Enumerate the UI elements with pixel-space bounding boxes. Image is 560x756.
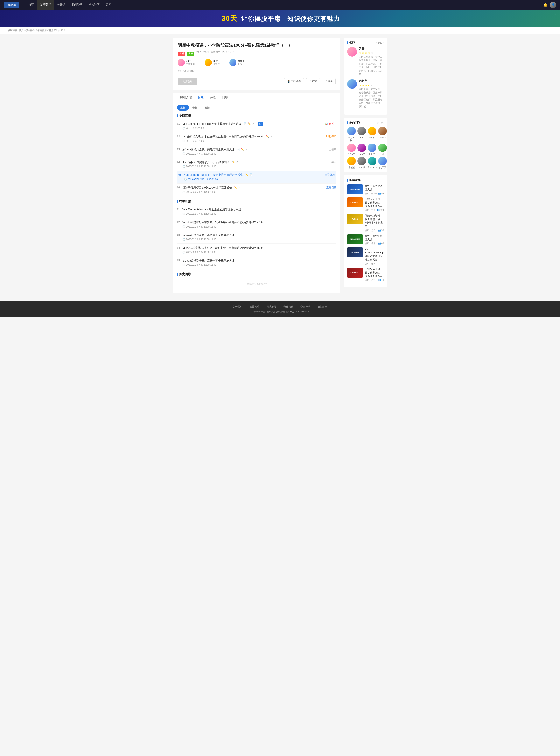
content-right: 名师 ‹ 1/10 › 罗静 ★ ★ ★ ★ — [344, 38, 387, 294]
rec-item-6[interactable]: 玩转Java JUC 玩转Java开发工具，精通JUC，成为开发多面手 讲师：岱… — [347, 267, 384, 282]
nav-discover[interactable]: 发现课程 — [37, 0, 54, 10]
nav-home[interactable]: 首页 — [25, 0, 37, 10]
future-4-title: Vue全家桶实战 从零独立开发企业级小米电商系统(免费升级Vue3.0) — [182, 246, 336, 250]
footer-disclaimer[interactable]: 免责声明 — [300, 305, 311, 309]
share-icon-2[interactable]: ↗ — [270, 135, 274, 138]
item-1-status[interactable]: 📊 直播中 — [323, 122, 336, 126]
material-badge-1[interactable]: 资料 — [258, 122, 263, 126]
classmate-2[interactable]: 1567** — [357, 127, 366, 142]
teachers-nav-next[interactable]: › — [383, 41, 384, 44]
nav-problems[interactable]: 题库 — [103, 0, 114, 10]
share-icon-4[interactable]: ↗ — [236, 160, 240, 164]
classmate-5[interactable]: 1767** — [347, 143, 356, 155]
classmate-3[interactable]: 张小田 — [367, 127, 377, 142]
clock-f4: 🕐 — [182, 251, 185, 254]
clock-f1: 🕐 — [182, 213, 185, 215]
rec-item-3[interactable]: 前端全栈 前端全栈加强版！前端全栈+全周期+多组应用 讲师：岱田 👥 56 — [347, 214, 384, 232]
rec-meta-3: 讲师：岱田 👥 56 — [365, 229, 384, 232]
share-button[interactable]: ⤴ 分享 — [323, 78, 336, 84]
item-4-icons: ✏️ ↗ — [232, 160, 240, 164]
teachers-nav-prev[interactable]: ‹ — [376, 41, 377, 44]
clock-icon-5: 🕐 — [184, 178, 187, 181]
item-3-num: 03 — [177, 147, 182, 151]
item-6-num: 06 — [177, 186, 182, 189]
rec-title-2: 玩转Java开发工具，精通JUC，成为开发多面手 — [365, 197, 384, 208]
tab-qa[interactable]: 问答 — [219, 93, 231, 102]
subtab-record[interactable]: 录播 — [189, 105, 201, 111]
share-icon-1[interactable]: ↗ — [252, 122, 256, 126]
nav-qa[interactable]: 问答社区 — [85, 0, 103, 10]
rec-info-3: 前端全栈加强版！前端全栈+全周期+多组应用 讲师：岱田 👥 56 — [365, 214, 384, 232]
nav-news[interactable]: 新闻资讯 — [68, 0, 85, 10]
nav-more[interactable]: ··· — [114, 0, 123, 10]
footer-recruit[interactable]: 招贤纳士 — [317, 305, 327, 309]
subtab-live[interactable]: 直播 — [177, 105, 189, 111]
item-6-status[interactable]: 查看回放 — [324, 186, 336, 190]
classmate-10[interactable]: 大笨狐 — [357, 157, 366, 169]
user-avatar[interactable]: 👤 — [550, 2, 556, 8]
banner-days: 30天 — [221, 14, 237, 22]
collect-button[interactable]: ☆ 收藏 — [306, 78, 320, 84]
rec-thumb-1: 高级电商全线 — [347, 184, 363, 195]
item-6-content: 跟随千万级项目从0到100全过程高效成长 ✏️ ↗ 🕐 2020/02/26 周… — [182, 186, 324, 194]
classmate-7[interactable]: 1867** — [367, 143, 377, 155]
classmate-1[interactable]: 化学教书... — [347, 127, 356, 142]
edit-icon-6[interactable]: ✏️ — [234, 186, 238, 190]
subtab-class[interactable]: 面授 — [201, 105, 213, 111]
share-icon-3[interactable]: ↗ — [245, 148, 249, 151]
star1-2: ★ — [362, 51, 364, 54]
edit-icon-4[interactable]: ✏️ — [232, 160, 236, 164]
classmate-4[interactable]: Charles — [378, 127, 387, 142]
course-tags: 直播 录播 246人已学习 · 有效期至：2019-10-21 — [178, 51, 336, 57]
rec-item-5[interactable]: Vue Element Vue Element+Node.js开发企业通用管理后… — [347, 247, 384, 265]
classmate-12[interactable]: qq_天涯 — [378, 157, 387, 169]
item-3-title: 从Java后端到全栈，高级电商全栈系统大课 📄 ✏️ ↗ — [182, 147, 327, 152]
tab-catalog[interactable]: 目录 — [195, 93, 207, 102]
classmate-9-avatar — [347, 157, 356, 165]
classmate-11[interactable]: Summers — [367, 157, 377, 169]
footer-agent[interactable]: 加盟代理 — [249, 305, 260, 309]
classmate-8[interactable]: Bill — [378, 143, 387, 155]
banner-close[interactable]: ✕ — [554, 12, 557, 16]
nav-logo[interactable]: 云朵课堂 — [4, 2, 19, 8]
classmate-7-name: 1867** — [369, 153, 375, 155]
doc-icon-1[interactable]: 📄 — [244, 122, 247, 126]
rec-item-4[interactable]: 高级电商全线 高级电商全线系统大课 讲师：冷涌 👥 40 — [347, 234, 384, 245]
rec-thumb-2: 玩转Java JUC — [347, 197, 363, 207]
item-5-status[interactable]: 查看回放 — [323, 173, 335, 177]
purchased-button[interactable]: 已购买 — [178, 78, 197, 85]
doc-icon-5[interactable]: 📄 — [249, 173, 253, 177]
banner: 30天 让你摆脱平庸 知识使你更有魅力 ✕ — [0, 10, 560, 27]
rec-item-1[interactable]: 高级电商全线 高级电商全线系统大课 讲师：张小锋 👥 34 — [347, 184, 384, 195]
teacher-2-info: 凌荷 班主任 — [213, 59, 220, 66]
tab-intro[interactable]: 课程介绍 — [177, 93, 195, 102]
rec-item-2[interactable]: 玩转Java JUC 玩转Java开发工具，精通JUC，成为开发多面手 讲师：王… — [347, 197, 384, 212]
switch-classmates-btn[interactable]: ↻ 换一换 — [375, 121, 384, 124]
doc-icon-3[interactable]: 📄 — [237, 148, 240, 151]
edit-icon-3[interactable]: ✏️ — [241, 148, 245, 151]
live-item-3: 03 从Java后端到全栈，高级电商全栈系统大课 📄 ✏️ ↗ 🕐 2020/0… — [177, 145, 336, 158]
mobile-view-button[interactable]: 📱 手机观看 — [284, 78, 304, 84]
footer-about[interactable]: 关于我们 — [233, 305, 243, 309]
edit-icon-2[interactable]: ✏️ — [266, 135, 269, 138]
footer: 关于我们 | 加盟代理 | 网站地图 | 合作伙伴 | 免责声明 | 招贤纳士 … — [0, 301, 560, 317]
share-icon-5[interactable]: ↗ — [254, 173, 257, 177]
breadcrumb-discover[interactable]: 发现课程 — [8, 29, 17, 32]
nav-open[interactable]: 公开课 — [54, 0, 68, 10]
breadcrumb-series[interactable]: 新媒体营销系列 — [19, 29, 35, 32]
classmate-9[interactable]: 小熊熊 — [347, 157, 356, 169]
classmate-6[interactable]: 1567** — [357, 143, 366, 155]
item-1-content: Vue Element+Node.js开发企业通用管理后台系统 📄 ✏️ ↗ 资… — [182, 122, 323, 130]
no-history-text: 暂无历史回顾课程 — [177, 278, 336, 290]
footer-partner[interactable]: 合作伙伴 — [283, 305, 294, 309]
edit-icon-5[interactable]: ✏️ — [245, 173, 249, 177]
notification-bell[interactable]: 🔔 — [543, 3, 547, 7]
progress-text: 0% 已学习0课时 — [178, 69, 336, 73]
history-title: 历史回顾 — [177, 269, 336, 278]
classmate-5-avatar — [347, 143, 356, 152]
edit-icon-1[interactable]: ✏️ — [248, 122, 252, 126]
footer-sitemap[interactable]: 网站地图 — [266, 305, 277, 309]
tab-review[interactable]: 评论 — [207, 93, 219, 102]
share-label: 分享 — [328, 80, 333, 83]
share-icon-6[interactable]: ↗ — [239, 186, 242, 190]
